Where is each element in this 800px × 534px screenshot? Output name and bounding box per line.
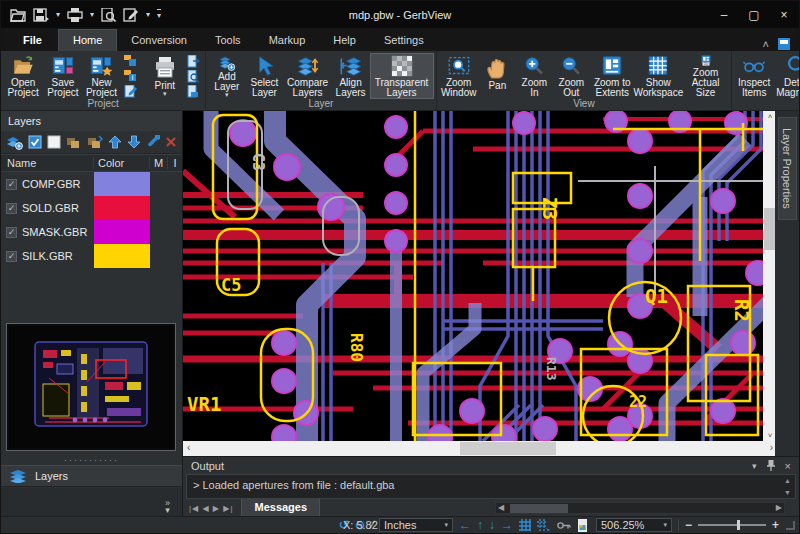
messages-tab[interactable]: Messages [241,499,320,517]
pcb-canvas[interactable]: C3 C5 R80 VR1 Z3 Q1 R2 22 R13 ˄ ˅ ‹ › [183,111,777,456]
collapse-ribbon-icon[interactable]: ˄ [763,38,769,50]
move-layer-down-icon[interactable] [127,135,141,149]
zoom-actual-size-button[interactable]: 100 Zoom Actual Size [682,53,729,99]
layer-color-swatch[interactable] [94,196,150,220]
tab-home[interactable]: Home [58,29,117,51]
maximize-button[interactable]: ▢ [739,2,769,28]
add-layer-small-icon[interactable] [6,135,23,150]
detail-magnifier-button[interactable]: Detail Magnifier [774,53,800,99]
zoom-window-button[interactable]: Zoom Window [439,53,479,99]
output-dropdown-icon[interactable]: ▾ [752,461,757,471]
output-pin-icon[interactable] [767,460,775,471]
close-button[interactable]: × [769,2,799,28]
layer-properties-tab[interactable]: Layer Properties [778,117,797,220]
layer-color-swatch[interactable] [94,244,150,268]
transparent-layers-button[interactable]: Transparent Layers [370,53,434,99]
units-select[interactable]: Inches ▾ [379,518,453,532]
minimize-button[interactable]: – [709,2,739,28]
layer-row-sold[interactable]: ✓SOLD.GBR [1,196,182,220]
save-icon[interactable] [33,8,49,22]
preview-button[interactable] [185,69,201,83]
check-all-icon[interactable] [28,135,42,149]
layer-settings-wrench-icon[interactable] [146,135,160,149]
layer-checkbox[interactable]: ✓ [6,179,17,190]
column-name[interactable]: Name [1,157,94,169]
zoom-in-button[interactable]: Zoom In [516,53,553,99]
delete-layer-icon[interactable] [165,136,177,148]
tab-markup[interactable]: Markup [255,30,320,51]
layer-checkbox[interactable]: ✓ [6,227,17,238]
select-layer-button[interactable]: Select Layer [245,53,283,99]
pan-button[interactable]: Pan [479,53,516,99]
print-setup-button[interactable] [185,84,201,98]
output-scrollbar[interactable]: ▲ ▼ [781,476,794,497]
add-layer-button[interactable]: Add Layer ▾ [208,53,245,99]
panel-splitter[interactable]: ··········· [1,456,182,464]
output-scroll-down-icon[interactable]: ▼ [784,489,791,496]
project-options-button[interactable] [122,54,138,68]
tab-nav-buttons[interactable]: |◀ ◀ ▶ ▶| [189,504,233,513]
zoom-slider-thumb[interactable] [737,520,740,530]
horizontal-scroll-thumb[interactable] [460,442,556,455]
tab-file[interactable]: File [7,30,58,51]
zoom-to-extents-button[interactable]: Zoom to Extents [590,53,635,99]
key-icon[interactable] [557,521,571,530]
export-button[interactable] [185,54,201,68]
panel-overflow-icon[interactable]: »▾ [165,500,170,514]
zoom-minus-button[interactable]: − [685,520,692,530]
print-icon[interactable] [67,8,83,22]
print-button[interactable]: Print ▾ [146,53,183,99]
move-layer-up-icon[interactable] [108,135,122,149]
save-project-button[interactable]: Save Project [43,53,82,99]
output-log[interactable]: > Loaded apertures from file : default.g… [186,474,796,499]
canvas-horizontal-scrollbar[interactable]: ‹ › [183,441,777,456]
merge-layers-icon[interactable] [66,135,82,149]
tab-settings[interactable]: Settings [370,30,438,51]
output-horizontal-scrollbar[interactable]: ◀ ▶ [495,502,785,514]
save-dropdown-icon[interactable]: ▾ [56,10,60,19]
zoom-out-button[interactable]: Zoom Out [553,53,590,99]
layer-row-silk[interactable]: ✓SILK.GBR [1,244,182,268]
layers-table-header[interactable]: Name Color M I [1,154,182,172]
scroll-left-arrow-icon[interactable]: ‹ [187,442,190,453]
layer-row-smask[interactable]: ✓SMASK.GBR [1,220,182,244]
snapshot-icon[interactable] [577,519,590,532]
layer-checkbox[interactable]: ✓ [6,203,17,214]
pan-down-icon[interactable]: ↓ [489,519,495,531]
column-i[interactable]: I [168,157,182,169]
output-scroll-up-icon[interactable]: ▲ [784,477,791,484]
uncheck-all-icon[interactable] [47,135,61,149]
tab-conversion[interactable]: Conversion [117,30,201,51]
column-color[interactable]: Color [94,157,150,169]
pan-right-icon[interactable]: → [501,519,513,531]
layers-panel-tab[interactable]: Layers [1,465,182,487]
project-notes-button[interactable] [122,84,138,98]
layer-color-swatch[interactable] [94,220,150,244]
output-hscroll-thumb[interactable] [510,504,568,513]
scroll-right-arrow-icon[interactable]: › [770,442,773,453]
toolbar-overflow-icon[interactable]: ▾ [157,9,161,20]
layer-row-comp[interactable]: ✓COMP.GBR [1,172,182,196]
tab-help[interactable]: Help [319,30,370,51]
column-m[interactable]: M [150,157,168,169]
copy-layers-icon[interactable] [87,135,103,149]
show-workspace-button[interactable]: Show Workspace [635,53,682,99]
pan-left-icon[interactable]: ← [459,519,471,531]
compare-layers-button[interactable]: Compare Layers [284,53,332,99]
markup-dropdown-icon[interactable]: ▾ [146,10,150,19]
tab-tools[interactable]: Tools [201,30,255,51]
zoom-slider[interactable] [698,519,766,531]
zoom-plus-button[interactable]: + [772,520,779,530]
output-hscroll-right-icon[interactable]: ▶ [776,503,782,512]
layer-color-swatch[interactable] [94,172,150,196]
align-layers-button[interactable]: Align Layers [332,53,370,99]
print-preview-icon[interactable] [101,8,116,22]
grid-icon[interactable] [519,519,531,531]
zoom-level-select[interactable]: 506.25% ▾ [596,518,672,532]
open-project-button[interactable]: Open Project [3,53,43,99]
project-info-button[interactable]: i [122,69,138,83]
layer-checkbox[interactable]: ✓ [6,251,17,262]
gerber-view[interactable]: C3 C5 R80 VR1 Z3 Q1 R2 22 R13 [183,111,763,441]
open-file-icon[interactable] [10,8,26,22]
pan-up-icon[interactable]: ↑ [477,519,483,531]
